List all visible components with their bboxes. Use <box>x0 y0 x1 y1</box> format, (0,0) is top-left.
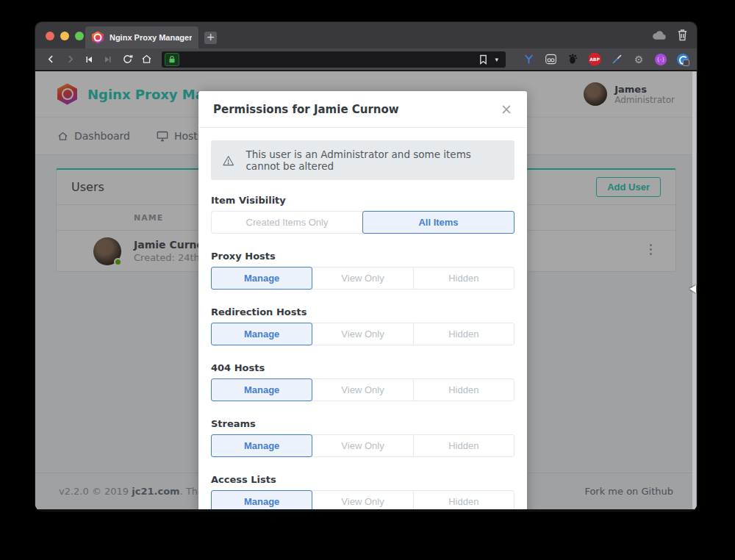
cloud-icon[interactable] <box>652 30 667 40</box>
proxy-hosts-hidden-button[interactable]: Hidden <box>413 267 514 290</box>
admin-alert-text: This user is an Administrator and some i… <box>245 148 503 172</box>
extension-fork-icon[interactable] <box>522 53 535 66</box>
tab-title: Nginx Proxy Manager <box>110 33 192 42</box>
back-button[interactable] <box>43 52 59 67</box>
browser-titlebar: Nginx Proxy Manager + <box>35 22 697 49</box>
forward-button[interactable] <box>62 52 78 67</box>
browser-tab[interactable]: Nginx Proxy Manager <box>85 26 198 49</box>
extension-pen-icon[interactable] <box>610 53 623 66</box>
browser-window: Nginx Proxy Manager + <box>35 22 697 511</box>
address-bar[interactable]: ▾ <box>162 51 506 68</box>
streams-manage-button[interactable]: Manage <box>211 434 312 457</box>
404-hosts-label: 404 Hosts <box>211 362 514 373</box>
redirection-hosts-manage-button[interactable]: Manage <box>211 323 312 345</box>
item-visibility-group: Created Items Only All Items <box>211 211 514 234</box>
modal-title: Permissions for Jamie Curnow <box>213 103 399 116</box>
access-lists-hidden-button[interactable]: Hidden <box>413 490 514 509</box>
404-hosts-hidden-button[interactable]: Hidden <box>413 378 514 401</box>
desktop: Nginx Proxy Manager + <box>0 0 735 560</box>
bookmark-icon[interactable] <box>479 54 487 65</box>
streams-hidden-button[interactable]: Hidden <box>413 434 514 457</box>
proxy-hosts-viewonly-button[interactable]: View Only <box>312 267 413 290</box>
extension-footprint-icon[interactable] <box>566 53 579 66</box>
session-back-icon[interactable] <box>81 52 97 67</box>
window-controls <box>46 32 84 40</box>
proxy-hosts-manage-button[interactable]: Manage <box>211 267 312 290</box>
warning-triangle-icon <box>223 154 234 167</box>
browser-toolbar: ▾ ABP ⚙ {-} <box>35 49 697 71</box>
streams-viewonly-button[interactable]: View Only <box>312 434 413 457</box>
access-lists-group: Manage View Only Hidden <box>211 490 514 509</box>
modal-close-icon[interactable]: × <box>501 102 512 116</box>
redirection-hosts-viewonly-button[interactable]: View Only <box>312 323 413 345</box>
redirection-hosts-group: Manage View Only Hidden <box>211 323 514 345</box>
visibility-created-items-button[interactable]: Created Items Only <box>211 211 363 234</box>
admin-alert: This user is an Administrator and some i… <box>211 140 514 180</box>
access-lists-viewonly-button[interactable]: View Only <box>312 490 413 509</box>
access-lists-manage-button[interactable]: Manage <box>211 490 312 509</box>
reload-button[interactable] <box>119 52 135 67</box>
permissions-modal: Permissions for Jamie Curnow × This user… <box>198 91 527 509</box>
item-visibility-label: Item Visibility <box>211 195 514 206</box>
404-hosts-group: Manage View Only Hidden <box>211 378 514 401</box>
extension-purple-icon[interactable]: {-} <box>654 53 667 66</box>
proxy-hosts-group: Manage View Only Hidden <box>211 267 514 290</box>
extension-goggles-icon[interactable] <box>544 53 557 66</box>
redirection-hosts-label: Redirection Hosts <box>211 306 514 317</box>
streams-label: Streams <box>211 418 514 429</box>
visibility-all-items-button[interactable]: All Items <box>362 211 514 234</box>
minimize-window-button[interactable] <box>60 32 69 40</box>
close-window-button[interactable] <box>46 32 54 40</box>
extension-gear-icon[interactable]: ⚙ <box>632 53 645 66</box>
bookmarks-dropdown-icon[interactable]: ▾ <box>495 56 498 63</box>
404-hosts-viewonly-button[interactable]: View Only <box>312 378 413 401</box>
npm-favicon-icon <box>92 32 104 44</box>
extension-adblock-icon[interactable]: ABP <box>588 53 601 66</box>
streams-group: Manage View Only Hidden <box>211 434 514 457</box>
access-lists-label: Access Lists <box>211 474 514 485</box>
https-lock-icon[interactable] <box>165 53 179 66</box>
maximize-window-button[interactable] <box>75 32 84 40</box>
404-hosts-manage-button[interactable]: Manage <box>211 378 312 401</box>
session-forward-icon[interactable] <box>100 52 116 67</box>
proxy-hosts-label: Proxy Hosts <box>211 251 514 262</box>
home-button[interactable] <box>138 52 154 67</box>
new-tab-button[interactable]: + <box>204 32 217 44</box>
redirection-hosts-hidden-button[interactable]: Hidden <box>413 323 514 345</box>
extension-privacy-icon[interactable] <box>676 53 689 66</box>
trash-icon[interactable] <box>677 29 688 41</box>
mouse-cursor <box>689 285 696 293</box>
page-viewport: Nginx Proxy Manager James Administrator … <box>35 71 697 509</box>
